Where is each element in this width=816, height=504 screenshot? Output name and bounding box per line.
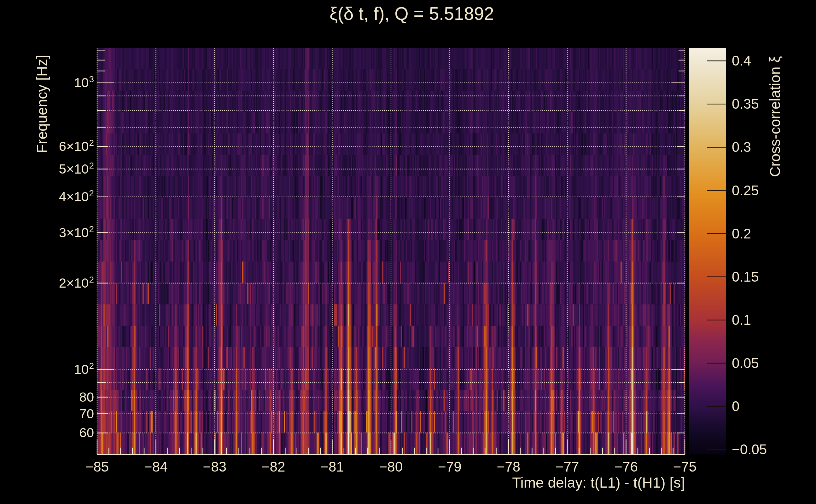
heatmap-canvas: [0, 0, 816, 504]
figure: ξ(δ t, f), Q = 5.51892 Frequency [Hz] Ti…: [0, 0, 816, 504]
colorbar-tick-label: 0.15: [732, 268, 759, 286]
colorbar-tick-label: 0.2: [732, 225, 751, 243]
x-tick-label: −81: [301, 459, 364, 475]
y-tick-label: 70: [0, 404, 94, 423]
y-tick-label: 103: [0, 73, 94, 92]
x-axis-title: Time delay: t(L1) - t(H1) [s]: [512, 474, 685, 491]
colorbar-tick-label: 0.3: [732, 138, 751, 156]
x-tick-label: −82: [242, 459, 305, 475]
x-tick-label: −75: [653, 459, 716, 475]
colorbar-tick-label: 0.25: [732, 182, 759, 199]
x-tick-label: −80: [359, 459, 422, 475]
y-tick-label: 4×102: [0, 187, 94, 206]
x-tick-label: −78: [477, 459, 540, 475]
y-tick-label: 102: [0, 360, 94, 379]
x-tick-label: −76: [595, 459, 658, 475]
colorbar-tick-label: 0.05: [732, 354, 759, 372]
y-tick-label: 60: [0, 423, 94, 442]
colorbar-tick-label: 0: [732, 398, 739, 415]
x-tick-label: −79: [418, 459, 481, 475]
x-tick-label: −77: [536, 459, 599, 475]
x-tick-label: −83: [183, 459, 246, 475]
y-tick-label: 6×102: [0, 137, 94, 156]
y-tick-label: 2×102: [0, 274, 94, 293]
plot-title: ξ(δ t, f), Q = 5.51892: [330, 3, 494, 24]
colorbar-tick-label: 0.35: [732, 95, 759, 113]
colorbar-tick-label: 0.4: [732, 52, 751, 70]
colorbar-tick-label: −0.05: [732, 441, 767, 458]
y-tick-label: 5×102: [0, 160, 94, 179]
colorbar-title: Cross-correlation ξ: [767, 56, 784, 177]
x-tick-label: −85: [66, 459, 129, 475]
y-tick-label: 3×102: [0, 223, 94, 242]
y-tick-label: 80: [0, 388, 94, 407]
colorbar-tick-label: 0.1: [732, 311, 751, 329]
x-tick-label: −84: [124, 459, 187, 475]
